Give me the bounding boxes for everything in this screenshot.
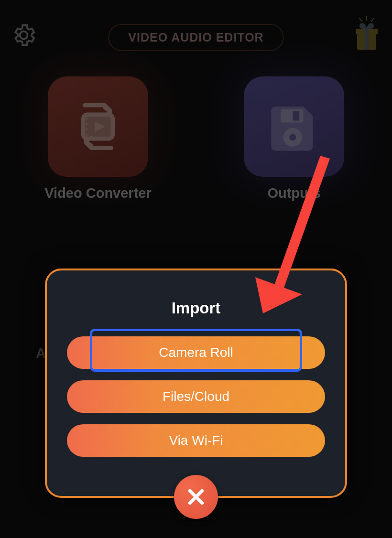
close-icon <box>185 486 207 507</box>
import-close-button[interactable] <box>174 475 218 519</box>
import-files-cloud-button[interactable]: Files/Cloud <box>67 380 325 413</box>
app-screen: VIDEO AUDIO EDITOR <box>0 0 392 538</box>
import-files-cloud-label: Files/Cloud <box>163 389 229 404</box>
import-camera-roll-button[interactable]: Camera Roll <box>67 336 325 369</box>
import-modal: Import Camera Roll Files/Cloud Via Wi-Fi <box>45 269 347 498</box>
import-via-wifi-label: Via Wi-Fi <box>169 433 223 448</box>
import-options: Camera Roll Files/Cloud Via Wi-Fi <box>47 336 345 457</box>
import-modal-title: Import <box>47 299 345 317</box>
import-via-wifi-button[interactable]: Via Wi-Fi <box>67 424 325 457</box>
import-camera-roll-label: Camera Roll <box>159 345 233 360</box>
